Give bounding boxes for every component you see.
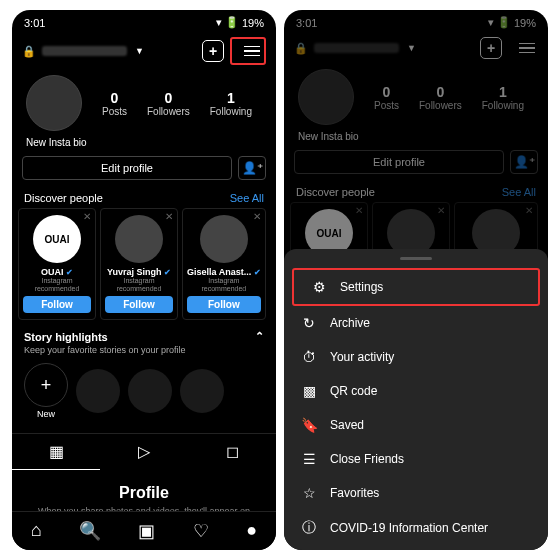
tab-tagged[interactable]: ◻ — [188, 434, 276, 470]
status-time: 3:01 — [24, 17, 45, 29]
chevron-up-icon: ⌃ — [255, 330, 264, 343]
story-subtitle: Keep your favorite stories on your profi… — [12, 345, 276, 355]
card-avatar — [115, 215, 163, 263]
verified-icon: ✔ — [254, 268, 261, 277]
menu-archive[interactable]: ↻Archive — [284, 306, 548, 340]
profile-row: 0Posts 0Followers 1Following — [12, 71, 276, 135]
nav-reels-icon[interactable]: ▣ — [138, 520, 155, 542]
bookmark-icon: 🔖 — [300, 417, 318, 433]
username[interactable] — [42, 46, 127, 56]
verified-icon: ✔ — [164, 268, 171, 277]
profile-tabs: ▦ ▷ ◻ — [12, 433, 276, 470]
see-all-link[interactable]: See All — [230, 192, 264, 204]
qr-icon: ▩ — [300, 383, 318, 399]
bio-text: New Insta bio — [12, 135, 276, 150]
menu-sheet: ⚙Settings ↻Archive ⏱Your activity ▩QR co… — [284, 249, 548, 550]
menu-qr[interactable]: ▩QR code — [284, 374, 548, 408]
highlight-new[interactable]: +New — [24, 363, 68, 419]
wifi-icon: ▾ — [216, 16, 222, 29]
discover-people-button[interactable]: 👤⁺ — [238, 156, 266, 180]
edit-profile-button[interactable]: Edit profile — [22, 156, 232, 180]
chevron-down-icon[interactable]: ▼ — [135, 46, 144, 56]
lock-icon: 🔒 — [22, 45, 36, 58]
gear-icon: ⚙ — [310, 279, 328, 295]
discover-cards: ✕OUAIOUAI ✔InstagramrecommendedFollow ✕Y… — [12, 208, 276, 320]
stat-posts[interactable]: 0Posts — [102, 90, 127, 117]
settings-highlight: ⚙Settings — [292, 268, 540, 306]
button-row: Edit profile 👤⁺ — [12, 150, 276, 186]
follow-button[interactable]: Follow — [105, 296, 173, 313]
menu-favorites[interactable]: ☆Favorites — [284, 476, 548, 510]
highlight-placeholder — [76, 369, 120, 413]
profile-avatar[interactable] — [26, 75, 82, 131]
battery-pct: 19% — [242, 17, 264, 29]
stats: 0Posts 0Followers 1Following — [92, 90, 262, 117]
nav-activity-icon[interactable]: ♡ — [193, 520, 209, 542]
suggestion-card[interactable]: ✕OUAIOUAI ✔InstagramrecommendedFollow — [18, 208, 96, 320]
stat-followers[interactable]: 0Followers — [147, 90, 190, 117]
plus-icon: + — [24, 363, 68, 407]
discover-header: Discover people See All — [12, 186, 276, 208]
profile-header: 🔒 ▼ + — [12, 31, 276, 71]
battery-icon: 🔋 — [225, 16, 239, 29]
nav-home-icon[interactable]: ⌂ — [31, 520, 42, 542]
highlight-placeholder — [128, 369, 172, 413]
verified-icon: ✔ — [66, 268, 73, 277]
suggestion-card[interactable]: ✕Gisella Anast... ✔InstagramrecommendedF… — [182, 208, 266, 320]
discover-title: Discover people — [24, 192, 103, 204]
phone-left: 3:01 ▾ 🔋 19% 🔒 ▼ + 0Posts 0Followers 1Fo… — [12, 10, 276, 550]
close-icon[interactable]: ✕ — [253, 211, 261, 222]
create-button[interactable]: + — [202, 40, 224, 62]
menu-saved[interactable]: 🔖Saved — [284, 408, 548, 442]
card-avatar — [200, 215, 248, 263]
status-bar: 3:01 ▾ 🔋 19% — [12, 10, 276, 31]
follow-button[interactable]: Follow — [187, 296, 261, 313]
suggestion-card[interactable]: ✕Yuvraj Singh ✔InstagramrecommendedFollo… — [100, 208, 178, 320]
stat-following[interactable]: 1Following — [210, 90, 252, 117]
nav-profile-icon[interactable]: ● — [246, 520, 257, 542]
highlight-placeholder — [180, 369, 224, 413]
highlights-row: +New — [12, 355, 276, 427]
close-icon[interactable]: ✕ — [83, 211, 91, 222]
menu-highlight — [230, 37, 266, 65]
list-icon: ☰ — [300, 451, 318, 467]
phone-right: 3:01▾🔋19% 🔒▼+ 0Posts0Followers1Following… — [284, 10, 548, 550]
activity-icon: ⏱ — [300, 349, 318, 365]
bottom-nav: ⌂ 🔍 ▣ ♡ ● — [12, 511, 276, 550]
close-icon[interactable]: ✕ — [165, 211, 173, 222]
empty-title: Profile — [32, 484, 256, 502]
info-icon: ⓘ — [300, 519, 318, 537]
card-avatar: OUAI — [33, 215, 81, 263]
sheet-handle[interactable] — [400, 257, 432, 260]
story-header[interactable]: Story highlights⌃ — [12, 320, 276, 345]
hamburger-menu-button[interactable] — [241, 40, 263, 62]
follow-button[interactable]: Follow — [23, 296, 91, 313]
star-icon: ☆ — [300, 485, 318, 501]
menu-settings[interactable]: ⚙Settings — [294, 270, 538, 304]
archive-icon: ↻ — [300, 315, 318, 331]
menu-covid[interactable]: ⓘCOVID-19 Information Center — [284, 510, 548, 546]
menu-close-friends[interactable]: ☰Close Friends — [284, 442, 548, 476]
tab-reels[interactable]: ▷ — [100, 434, 188, 470]
nav-search-icon[interactable]: 🔍 — [79, 520, 101, 542]
menu-activity[interactable]: ⏱Your activity — [284, 340, 548, 374]
tab-grid[interactable]: ▦ — [12, 434, 100, 470]
status-right: ▾ 🔋 19% — [216, 16, 264, 29]
